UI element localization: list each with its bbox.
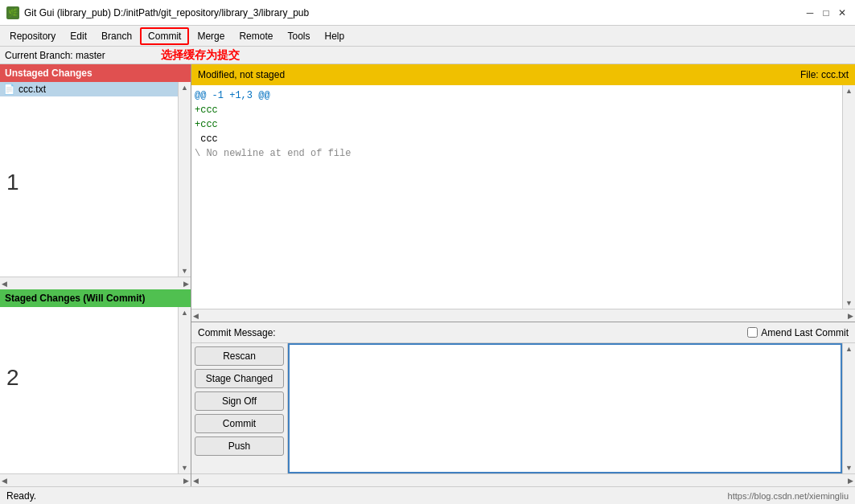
number-label-1: 1 xyxy=(6,170,19,195)
commit-btn-stage-changed[interactable]: Stage Changed xyxy=(195,369,284,388)
diff-content: @@ -1 +1,3 @@+ccc+ccc ccc\ No newline at… xyxy=(195,88,839,305)
staged-body: 2 ▲ ▼ xyxy=(0,307,191,473)
commit-body: RescanStage ChangedSign OffCommit➜3Push➜… xyxy=(191,343,855,473)
unstaged-section: Unstaged Changes 📄 ccc.txt 1 ▲ ▼ ◀ ▶ xyxy=(0,64,191,289)
menu-item-commit[interactable]: Commit xyxy=(140,27,189,45)
unstaged-header: Unstaged Changes xyxy=(0,64,191,82)
staged-scroll-right[interactable]: ▶ xyxy=(183,477,189,485)
window-title: Git Gui (library_pub) D:/initPath/git_re… xyxy=(24,7,309,18)
staged-scrollbar[interactable]: ▲ ▼ xyxy=(178,307,191,473)
staged-scroll-left[interactable]: ◀ xyxy=(2,477,7,485)
commit-horiz-scroll[interactable]: ◀ ▶ xyxy=(191,473,855,486)
diff-vert-scrollbar[interactable]: ▲ ▼ xyxy=(842,85,855,309)
app-icon: 🌿 xyxy=(6,6,19,19)
staged-scroll-up[interactable]: ▲ xyxy=(181,309,188,317)
title-bar: 🌿 Git Gui (library_pub) D:/initPath/git_… xyxy=(0,0,855,26)
menu-item-merge[interactable]: Merge xyxy=(191,29,231,43)
number-label-2: 2 xyxy=(6,365,19,391)
amend-text: Amend Last Commit xyxy=(761,327,849,338)
menu-item-edit[interactable]: Edit xyxy=(64,29,93,43)
window-controls: ─ □ ✕ xyxy=(804,6,849,19)
diff-scroll-right[interactable]: ▶ xyxy=(848,312,853,320)
commit-buttons: RescanStage ChangedSign OffCommit➜3Push➜… xyxy=(191,343,288,473)
commit-btn-sign-off[interactable]: Sign Off xyxy=(195,391,284,411)
diff-line: \ No newline at end of file xyxy=(195,146,839,161)
unstaged-file-list[interactable]: 📄 ccc.txt 1 xyxy=(0,82,178,277)
commit-btn-push[interactable]: Push xyxy=(195,436,284,456)
commit-btn-commit[interactable]: Commit xyxy=(195,414,284,433)
commit-scroll-right[interactable]: ▶ xyxy=(848,477,853,485)
menu-item-repository[interactable]: Repository xyxy=(3,29,62,43)
staged-file-list[interactable]: 2 xyxy=(0,307,178,473)
app-icon-symbol: 🌿 xyxy=(8,8,18,17)
file-name: ccc.txt xyxy=(18,84,46,95)
minimize-button[interactable]: ─ xyxy=(804,6,816,19)
diff-scroll-up[interactable]: ▲ xyxy=(845,87,853,95)
diff-scroll-left[interactable]: ◀ xyxy=(193,312,199,320)
unstaged-body: 📄 ccc.txt 1 ▲ ▼ xyxy=(0,82,191,277)
file-icon: 📄 xyxy=(3,84,15,95)
diff-line: +ccc xyxy=(195,117,839,132)
staged-section: Staged Changes (Will Commit) 2 ▲ ▼ ◀ ▶ xyxy=(0,289,191,486)
main-content: Unstaged Changes 📄 ccc.txt 1 ▲ ▼ ◀ ▶ xyxy=(0,64,855,486)
commit-message-textarea[interactable] xyxy=(288,343,842,473)
commit-vert-scrollbar[interactable]: ▲ ▼ xyxy=(842,343,855,473)
diff-status: Modified, not staged xyxy=(198,69,285,80)
commit-btn-rescan[interactable]: Rescan xyxy=(195,346,284,366)
menu-item-remote[interactable]: Remote xyxy=(232,29,279,43)
diff-horiz-scroll[interactable]: ◀ ▶ xyxy=(191,309,855,322)
menu-item-help[interactable]: Help xyxy=(318,29,351,43)
file-item-ccc[interactable]: 📄 ccc.txt xyxy=(0,82,178,96)
amend-checkbox[interactable] xyxy=(747,327,758,338)
diff-filename: File: ccc.txt xyxy=(800,69,849,80)
diff-line: +ccc xyxy=(195,103,839,117)
watermark: https://blog.csdn.net/xiemingliu xyxy=(728,491,849,501)
diff-scroll-wrapper: @@ -1 +1,3 @@+ccc+ccc ccc\ No newline at… xyxy=(191,85,855,309)
commit-msg-area: ◄ 3 ◄ 4 xyxy=(288,343,842,473)
commit-scroll-left[interactable]: ◀ xyxy=(193,477,199,485)
branch-label: Current Branch: master xyxy=(5,50,105,61)
menu-bar: RepositoryEditBranchCommitMergeRemoteToo… xyxy=(0,26,855,47)
scroll-right-arrow[interactable]: ▶ xyxy=(183,280,189,288)
tooltip-text: 选择缓存为提交 xyxy=(161,48,240,63)
menu-item-tools[interactable]: Tools xyxy=(281,29,316,43)
scroll-left-arrow[interactable]: ◀ xyxy=(2,280,7,288)
status-text: Ready. xyxy=(6,490,36,502)
diff-header: Modified, not staged File: ccc.txt xyxy=(191,64,855,85)
staged-header: Staged Changes (Will Commit) xyxy=(0,289,191,307)
diff-body[interactable]: @@ -1 +1,3 @@+ccc+ccc ccc\ No newline at… xyxy=(191,85,842,309)
commit-header: Commit Message: Amend Last Commit xyxy=(191,322,855,343)
status-bar: Ready. https://blog.csdn.net/xiemingliu xyxy=(0,486,855,504)
commit-scroll-up[interactable]: ▲ xyxy=(845,345,853,353)
commit-message-label: Commit Message: xyxy=(198,327,276,338)
amend-label[interactable]: Amend Last Commit xyxy=(747,327,849,338)
scroll-down-arrow[interactable]: ▼ xyxy=(181,267,188,275)
diff-line: @@ -1 +1,3 @@ xyxy=(195,88,839,103)
staged-scroll-down[interactable]: ▼ xyxy=(181,464,188,472)
right-panel: Modified, not staged File: ccc.txt @@ -1… xyxy=(191,64,855,486)
close-button[interactable]: ✕ xyxy=(836,6,849,19)
scroll-up-arrow[interactable]: ▲ xyxy=(181,84,188,92)
diff-line: ccc xyxy=(195,132,839,146)
diff-scroll-down[interactable]: ▼ xyxy=(845,299,853,307)
menu-item-branch[interactable]: Branch xyxy=(95,29,138,43)
left-panel: Unstaged Changes 📄 ccc.txt 1 ▲ ▼ ◀ ▶ xyxy=(0,64,191,486)
commit-scroll-down[interactable]: ▼ xyxy=(845,464,853,472)
staged-horiz-scroll[interactable]: ◀ ▶ xyxy=(0,473,191,486)
branch-bar: Current Branch: master 选择缓存为提交 xyxy=(0,47,855,64)
maximize-button[interactable]: □ xyxy=(820,6,832,19)
unstaged-scrollbar[interactable]: ▲ ▼ xyxy=(178,82,191,277)
title-bar-left: 🌿 Git Gui (library_pub) D:/initPath/git_… xyxy=(6,6,309,19)
unstaged-horiz-scroll[interactable]: ◀ ▶ xyxy=(0,277,191,289)
commit-area: Commit Message: Amend Last Commit Rescan… xyxy=(191,322,855,486)
